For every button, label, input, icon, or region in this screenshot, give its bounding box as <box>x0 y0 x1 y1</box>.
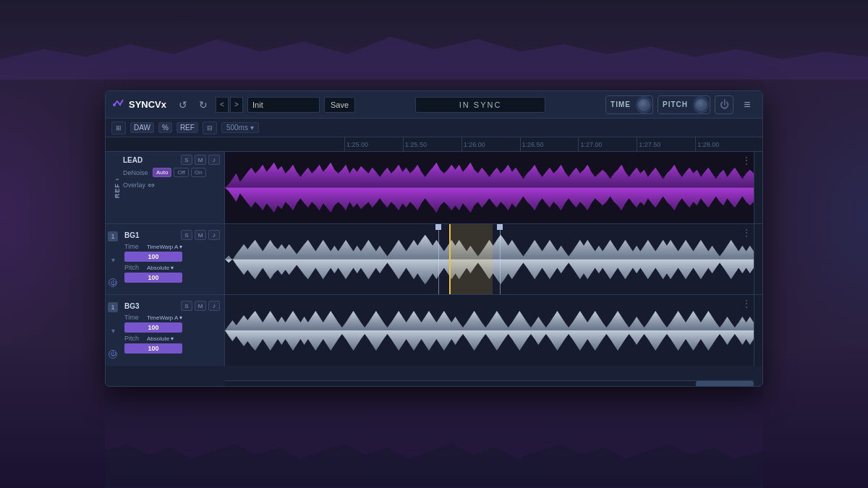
bg1-time-mode-text: TimeWarp A ▾ <box>147 244 182 250</box>
side-glow-right <box>767 72 868 361</box>
bg3-track-name: BG3 <box>124 302 179 310</box>
h-scrollbar[interactable] <box>225 380 754 386</box>
timeline-mark-5: 1:27.50 <box>637 137 695 151</box>
bg1-arrow-down[interactable]: ▾ <box>111 256 115 264</box>
timeline: 1:25.00 1:25.50 1:26.00 1:26.50 1:27.00 … <box>106 137 762 152</box>
undo-button[interactable]: ↺ <box>175 97 191 113</box>
bg1-time-mode-select[interactable]: TimeWarp A ▾ <box>147 244 182 250</box>
denoise-auto-button[interactable]: Auto <box>153 168 171 177</box>
time-mode-button[interactable]: TIME <box>605 95 653 114</box>
nav-left-button[interactable]: < <box>216 97 229 113</box>
bg3-scrollbar <box>754 295 762 366</box>
nav-arrows: < > <box>216 97 243 113</box>
bg3-waveform-area[interactable]: ⋮ <box>225 295 754 366</box>
bg1-power-button[interactable]: ⏻ <box>109 278 117 287</box>
denoise-row: DeNoise Auto Off On <box>123 168 220 177</box>
ref-waveform-area[interactable]: ⋮ <box>225 152 754 223</box>
bg1-time-value-bar[interactable]: 100 <box>124 252 182 262</box>
power-button[interactable]: ⏻ <box>715 95 733 114</box>
bg3-time-value-bar[interactable]: 100 <box>124 322 182 333</box>
redo-button[interactable]: ↻ <box>195 97 211 113</box>
bg1-left-controls: 1 ▾ ⏻ <box>107 224 119 294</box>
reflection <box>105 380 763 488</box>
pitch-label: PITCH <box>658 96 692 114</box>
bg3-pitch-value-bar[interactable]: 100 <box>124 343 182 354</box>
bg1-track-header: 1 ▾ ⏻ BG1 S M ♪ Time <box>106 224 225 294</box>
app-container: SYNCVx ↺ ↻ < > Save IN SYNC TIME PITCH <box>105 90 763 387</box>
bg1-options-button[interactable]: ⋮ <box>741 227 752 239</box>
ref-solo-button[interactable]: S <box>181 155 192 165</box>
ref-options-button[interactable]: ⋮ <box>741 155 752 166</box>
logo-icon <box>111 98 126 112</box>
bg3-track-header: 1 ▾ ⏻ BG3 S M ♪ Time <box>106 295 225 366</box>
time-label: TIME <box>606 96 635 114</box>
in-sync-display: IN SYNC <box>415 97 545 113</box>
reflection-svg <box>105 380 763 487</box>
preset-input[interactable] <box>247 97 320 113</box>
bg3-pitch-mode-select[interactable]: Absolute ▾ <box>147 335 174 342</box>
bg1-speaker-button[interactable]: ♪ <box>208 230 220 240</box>
bg1-pitch-row: Pitch Absolute ▾ <box>124 264 220 271</box>
bg1-pitch-mode-text: Absolute ▾ <box>147 265 174 271</box>
grid-button[interactable]: ⊟ <box>203 121 217 134</box>
logo-text: SYNCVx <box>129 99 166 110</box>
overlay-icon: ⇔ <box>148 180 155 190</box>
ref-waveform-svg <box>225 152 754 223</box>
bg3-mute-button[interactable]: M <box>195 301 206 311</box>
bg3-waveform-svg <box>225 295 754 366</box>
bg1-pitch-value-bar[interactable]: 100 <box>124 273 182 283</box>
bg3-pitch-mode-text: Absolute ▾ <box>147 335 174 342</box>
bg3-time-label: Time <box>124 314 145 321</box>
bg-wave-inner <box>0 29 868 80</box>
bg3-solo-button[interactable]: S <box>181 301 192 311</box>
timeline-mark-2: 1:26.00 <box>461 137 520 151</box>
bg1-solo-button[interactable]: S <box>181 230 192 240</box>
denoise-on-button[interactable]: On <box>191 168 206 177</box>
bg3-track: 1 ▾ ⏻ BG3 S M ♪ Time <box>106 295 762 366</box>
ref-controls: LEAD S M ♪ DeNoise Auto Off On Overl <box>123 155 220 190</box>
bg3-time-mode-text: TimeWarp A ▾ <box>147 314 182 321</box>
ref-speaker-button[interactable]: ♪ <box>208 155 220 165</box>
bg1-mute-button[interactable]: M <box>195 230 206 240</box>
bg3-time-mode-select[interactable]: TimeWarp A ▾ <box>147 314 182 321</box>
timeline-mark-0: 1:25.00 <box>344 137 403 151</box>
bg3-power-button[interactable]: ⏻ <box>109 350 117 359</box>
menu-button[interactable]: ≡ <box>738 95 757 114</box>
bg3-pitch-row: Pitch Absolute ▾ <box>124 335 220 342</box>
pitch-knob-inner <box>695 99 707 111</box>
bg1-playhead <box>449 224 451 294</box>
save-button[interactable]: Save <box>324 97 355 113</box>
pitch-knob <box>693 96 709 114</box>
grid-view-button[interactable]: ⊞ <box>111 121 126 134</box>
bg1-pitch-label: Pitch <box>124 264 145 271</box>
bg1-pitch-mode-select[interactable]: Absolute ▾ <box>147 265 174 271</box>
ref-track-name: LEAD <box>123 156 179 164</box>
bg1-track: 1 ▾ ⏻ BG1 S M ♪ Time <box>106 224 762 295</box>
timeline-mark-3: 1:26.50 <box>520 137 579 151</box>
bg1-time-label: Time <box>124 243 145 250</box>
bg3-speaker-button[interactable]: ♪ <box>208 301 220 311</box>
bg3-arrow-down[interactable]: ▾ <box>111 327 115 335</box>
tracks-container: REF › LEAD S M ♪ DeNoise Auto Off On <box>106 152 762 386</box>
ref-mute-button[interactable]: M <box>195 155 206 165</box>
bg1-playhead-highlight <box>449 224 493 294</box>
time-knob <box>636 96 652 114</box>
bg1-selection-left <box>438 224 439 294</box>
zoom-display[interactable]: 500ms ▾ <box>221 122 259 133</box>
bg3-options-button[interactable]: ⋮ <box>741 298 752 309</box>
timeline-mark-1: 1:25.50 <box>403 137 461 151</box>
bg3-time-row: Time TimeWarp A ▾ <box>124 314 220 321</box>
pitch-mode-button[interactable]: PITCH <box>658 95 710 114</box>
bg1-waveform-area[interactable]: ⋮ <box>225 224 754 294</box>
in-sync-text: IN SYNC <box>459 100 502 109</box>
nav-right-button[interactable]: > <box>230 97 243 113</box>
overlay-label: Overlay <box>123 181 145 189</box>
bg3-pitch-value: 100 <box>148 345 158 352</box>
bg3-name-row: BG3 S M ♪ <box>124 301 220 311</box>
toolbar: SYNCVx ↺ ↻ < > Save IN SYNC TIME PITCH <box>106 91 762 119</box>
timeline-mark-4: 1:27.00 <box>578 137 637 151</box>
h-scrollbar-thumb[interactable] <box>696 381 754 387</box>
denoise-off-button[interactable]: Off <box>174 168 189 177</box>
percent-label: % <box>158 122 172 133</box>
bg1-selection-right <box>500 224 501 294</box>
